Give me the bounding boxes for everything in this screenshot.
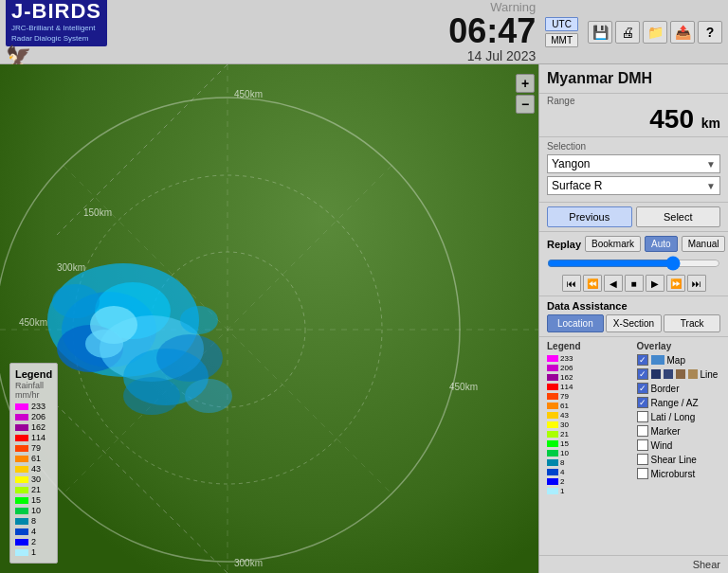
legend-col-entry: 30 bbox=[547, 421, 631, 429]
selection-section: Selection Yangon ▼ Surface R ▼ bbox=[539, 137, 728, 203]
legend-col-entry: 233 bbox=[547, 354, 631, 363]
logo-title: J-BIRDS bbox=[11, 0, 101, 24]
overlay-checkbox-marker[interactable] bbox=[637, 425, 648, 437]
overlay-checkbox-range-/-az[interactable]: ✓ bbox=[637, 397, 648, 408]
overlay-item: Lati / Long bbox=[637, 411, 721, 422]
overlay-item: Shear Line bbox=[637, 454, 721, 465]
legend-title: Legend bbox=[15, 368, 52, 380]
location-tab[interactable]: Location bbox=[547, 314, 604, 332]
legend-entry: 162 bbox=[15, 422, 52, 432]
overlay-checkbox-border[interactable]: ✓ bbox=[637, 383, 648, 394]
utc-button[interactable]: UTC bbox=[545, 17, 578, 31]
overlay-checkbox-shear-line[interactable] bbox=[637, 454, 648, 465]
overlay-items: ✓Map✓Line✓Border✓Range / AZLati / LongMa… bbox=[637, 354, 721, 479]
legend-swatch bbox=[547, 431, 558, 438]
svg-point-18 bbox=[185, 379, 232, 413]
mmt-button[interactable]: MMT bbox=[545, 33, 578, 47]
legend-entry: 2 bbox=[15, 537, 52, 546]
legend-color-swatch bbox=[15, 403, 28, 410]
zoom-out-button[interactable]: − bbox=[516, 95, 535, 114]
legend-color-swatch bbox=[15, 549, 28, 556]
legend-col-entry: 1 bbox=[547, 487, 631, 495]
overlay-checkbox-wind[interactable] bbox=[637, 439, 648, 451]
shear-label: Shear bbox=[547, 559, 720, 570]
overlay-checkbox-lati-/-long[interactable] bbox=[637, 411, 648, 422]
product-dropdown-row: Surface R ▼ bbox=[547, 176, 720, 195]
header: J-BIRDS JRC-Brilliant & Intelligent Rada… bbox=[0, 0, 728, 64]
location-dropdown[interactable]: Yangon ▼ bbox=[547, 154, 720, 173]
product-dropdown[interactable]: Surface R ▼ bbox=[547, 176, 720, 195]
overlay-item: ✓Line bbox=[637, 368, 721, 380]
legend-swatch bbox=[547, 393, 558, 400]
svg-point-16 bbox=[52, 284, 100, 318]
legend-entry: 4 bbox=[15, 527, 52, 536]
overlay-checkbox-map[interactable]: ✓ bbox=[637, 354, 648, 366]
legend-swatch bbox=[547, 440, 558, 447]
legend-entry: 15 bbox=[15, 495, 52, 505]
legend-color-swatch bbox=[15, 445, 28, 452]
svg-text:450km: 450km bbox=[19, 317, 47, 328]
svg-point-20 bbox=[85, 330, 123, 358]
print-button[interactable]: 🖨 bbox=[615, 21, 640, 44]
selection-label: Selection bbox=[547, 141, 720, 152]
nav-buttons-row: Previous Select bbox=[539, 203, 728, 232]
svg-text:450km: 450km bbox=[234, 89, 263, 99]
bookmark-button[interactable]: Bookmark bbox=[585, 236, 641, 252]
overlay-col: Overlay ✓Map✓Line✓Border✓Range / AZLati … bbox=[637, 341, 721, 496]
logo-subtitle: JRC-Brilliant & Intelligent Radar Dialog… bbox=[11, 24, 101, 44]
radar-svg: 450km 300km 150km 450km 300km 450km bbox=[0, 64, 538, 573]
svg-point-15 bbox=[180, 306, 218, 334]
legend-col-entry: 61 bbox=[547, 402, 631, 410]
legend-panel: Legend Rainfallmm/hr 2332061621147961433… bbox=[9, 363, 58, 564]
replay-slider[interactable] bbox=[547, 257, 720, 270]
legend-col: Legend 233206162114796143302115108421 bbox=[547, 341, 631, 496]
data-assist-tabs: Location X-Section Track bbox=[547, 314, 720, 332]
fast-forward-button[interactable]: ⏩ bbox=[666, 275, 685, 292]
help-button[interactable]: ? bbox=[698, 21, 722, 44]
utc-mmt-toggle: UTC MMT bbox=[545, 17, 578, 47]
line-swatch bbox=[664, 369, 673, 379]
overlay-item: Marker bbox=[637, 425, 721, 437]
legend-swatch bbox=[547, 365, 558, 371]
legend-col-entry: 4 bbox=[547, 468, 631, 476]
svg-point-17 bbox=[123, 377, 180, 415]
legend-entry: 206 bbox=[15, 412, 52, 421]
dropdown-arrow-icon-2: ▼ bbox=[706, 181, 716, 191]
rewind-button[interactable]: ⏪ bbox=[583, 275, 602, 292]
export-button[interactable]: 📤 bbox=[670, 21, 695, 44]
zoom-in-button[interactable]: + bbox=[516, 74, 535, 93]
legend-col-entry: 15 bbox=[547, 439, 631, 448]
track-tab[interactable]: Track bbox=[664, 314, 720, 332]
stop-button[interactable]: ■ bbox=[625, 275, 644, 292]
shear-section: Shear bbox=[539, 555, 728, 573]
step-back-button[interactable]: ◀ bbox=[604, 275, 623, 292]
header-center: Warning 06:47 14 Jul 2023 bbox=[448, 0, 536, 63]
range-label: Range bbox=[547, 96, 574, 106]
legend-color-swatch bbox=[15, 508, 28, 514]
main: 450km 300km 150km 450km 300km 450km + − … bbox=[0, 64, 728, 573]
legend-col-entries: 233206162114796143302115108421 bbox=[547, 354, 631, 495]
legend-color-swatch bbox=[15, 487, 28, 493]
overlay-checkbox-line[interactable]: ✓ bbox=[637, 368, 648, 380]
legend-col-entry: 2 bbox=[547, 477, 631, 486]
overlay-checkbox-microburst[interactable] bbox=[637, 468, 648, 479]
overlay-cols: Legend 233206162114796143302115108421 Ov… bbox=[547, 341, 720, 496]
previous-button[interactable]: Previous bbox=[547, 206, 632, 227]
select-button[interactable]: Select bbox=[636, 206, 721, 227]
right-panel: Myanmar DMH Range 450 km Selection Yango… bbox=[538, 64, 728, 573]
legend-color-swatch bbox=[15, 476, 28, 483]
legend-entry: 21 bbox=[15, 485, 52, 494]
skip-forward-button[interactable]: ⏭ bbox=[687, 275, 706, 292]
legend-swatch bbox=[547, 384, 558, 390]
folder-button[interactable]: 📁 bbox=[643, 21, 667, 44]
skip-back-button[interactable]: ⏮ bbox=[562, 275, 581, 292]
auto-button[interactable]: Auto bbox=[645, 236, 678, 252]
play-button[interactable]: ▶ bbox=[646, 275, 664, 292]
range-value: 450 km bbox=[649, 106, 720, 133]
xsection-tab[interactable]: X-Section bbox=[606, 314, 663, 332]
manual-button[interactable]: Manual bbox=[682, 236, 726, 252]
save-button[interactable]: 💾 bbox=[588, 21, 612, 44]
line-swatch bbox=[688, 369, 698, 379]
legend-entry: 79 bbox=[15, 443, 52, 453]
radar-container: 450km 300km 150km 450km 300km 450km + − … bbox=[0, 64, 538, 573]
